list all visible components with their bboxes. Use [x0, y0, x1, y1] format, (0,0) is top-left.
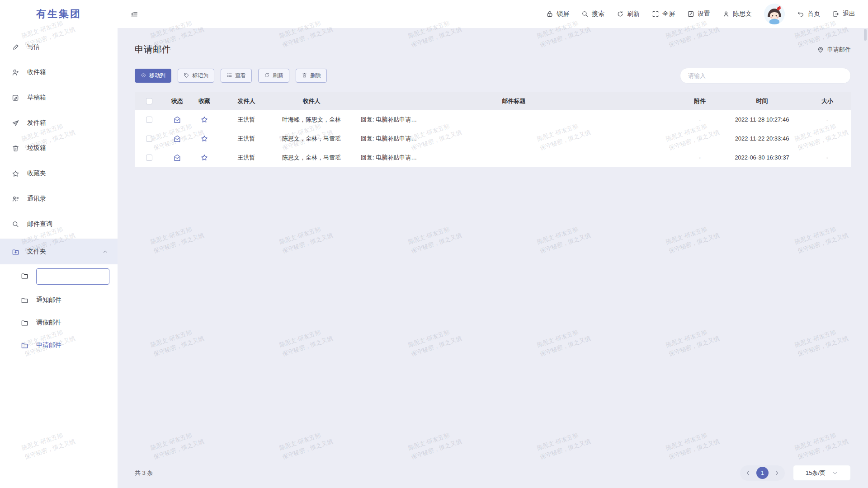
table-footer: 共 3 条 1 15条/页 [135, 465, 851, 481]
menu-fold-icon[interactable] [130, 10, 138, 18]
lock-icon [546, 10, 553, 18]
topbar-actions: 锁屏 搜索 刷新 全屏 设置 [546, 4, 855, 24]
sidebar-item-folders[interactable]: 文件夹 [0, 239, 118, 264]
favorite-star-icon[interactable] [200, 135, 208, 143]
header-subject: 邮件标题 [348, 97, 679, 105]
view-button[interactable]: 查看 [221, 69, 252, 83]
logout-icon [832, 10, 840, 18]
move-icon [141, 72, 146, 80]
sidebar-item-label: 写信 [27, 43, 40, 51]
cell-size: - [804, 154, 851, 161]
chevron-up-icon[interactable] [102, 249, 108, 255]
cell-attachment: - [679, 135, 720, 142]
list-icon [226, 72, 232, 80]
header-recipients: 收件人 [275, 97, 348, 105]
cell-size: - [804, 135, 851, 142]
folder-icon [21, 319, 28, 327]
cell-recipients: 陈思文，全林，马雪瑶 [275, 135, 348, 143]
prev-page-icon[interactable] [744, 469, 752, 477]
page-size-select[interactable]: 15条/页 [793, 465, 851, 481]
sidebar-item-contacts[interactable]: 通讯录 [0, 186, 118, 211]
search-icon [581, 10, 589, 18]
header-sender: 发件人 [218, 97, 275, 105]
page-size-value: 15条/页 [806, 469, 826, 477]
settings-icon [687, 10, 694, 18]
refresh-list-button[interactable]: 刷新 [258, 69, 289, 83]
cell-subject: 回复: 电脑补贴申请… [348, 116, 679, 124]
search-button[interactable]: 搜索 [581, 10, 604, 18]
trash-icon [12, 145, 19, 152]
cell-recipients: 叶海峰，陈思文，全林 [275, 116, 348, 124]
folder-icon [21, 272, 28, 282]
new-folder-input[interactable] [36, 268, 109, 285]
sidebar-item-mail-search[interactable]: 邮件查询 [0, 211, 118, 237]
favorite-star-icon[interactable] [200, 154, 208, 162]
star-icon [12, 170, 19, 178]
fullscreen-icon [652, 10, 659, 18]
search-label: 搜索 [592, 10, 604, 18]
cell-size: - [804, 116, 851, 123]
logout-label: 退出 [843, 10, 855, 18]
select-all-checkbox[interactable] [146, 98, 152, 104]
mail-open-icon [173, 154, 181, 162]
mark-as-button[interactable]: 标记为 [178, 69, 214, 83]
cell-attachment: - [679, 116, 720, 123]
favorite-star-icon[interactable] [200, 116, 208, 124]
sidebar-item-label: 收藏夹 [27, 169, 46, 178]
sidebar-item-label: 邮件查询 [27, 220, 52, 228]
header-favorite: 收藏 [191, 97, 218, 105]
search-input[interactable] [680, 68, 851, 84]
sidebar-item-favorites[interactable]: 收藏夹 [0, 161, 118, 186]
lock-screen-button[interactable]: 锁屏 [546, 10, 569, 18]
refresh-icon [264, 72, 270, 80]
user-name: 陈思文 [733, 10, 752, 18]
pencil-icon [12, 43, 19, 51]
mail-table: 状态 收藏 发件人 收件人 邮件标题 附件 时间 大小 王洪哲 叶海峰，陈思文，… [135, 92, 851, 167]
sidebar-item-compose[interactable]: 写信 [0, 34, 118, 60]
next-page-icon[interactable] [773, 469, 781, 477]
sidebar-nav: 写信 收件箱 草稿箱 发件箱 垃圾箱 [0, 28, 118, 357]
home-button[interactable]: 首页 [797, 10, 820, 18]
main-content: 申请邮件 申请邮件 移动到 标记为 查看 [118, 28, 868, 488]
table-header: 状态 收藏 发件人 收件人 邮件标题 附件 时间 大小 [135, 92, 851, 110]
row-checkbox[interactable] [146, 136, 152, 142]
cell-subject: 回复: 电脑补贴申请… [348, 135, 679, 143]
scrollbar-thumb[interactable] [864, 29, 867, 41]
sidebar-item-drafts[interactable]: 草稿箱 [0, 85, 118, 110]
table-row[interactable]: 王洪哲 叶海峰，陈思文，全林 回复: 电脑补贴申请… - 2022-11-28 … [135, 110, 851, 129]
page-title: 申请邮件 [135, 43, 171, 56]
sidebar-item-inbox[interactable]: 收件箱 [0, 60, 118, 85]
sidebar-item-label: 草稿箱 [27, 94, 46, 102]
sidebar-folder-application[interactable]: 申请邮件 [0, 334, 118, 357]
row-checkbox[interactable] [146, 155, 152, 161]
sidebar-item-sent[interactable]: 发件箱 [0, 110, 118, 136]
refresh-button[interactable]: 刷新 [617, 10, 640, 18]
table-row[interactable]: 王洪哲 陈思文，全林，马雪瑶 回复: 电脑补贴申请… - 2022-06-30 … [135, 148, 851, 167]
sidebar-folder-leave[interactable]: 请假邮件 [0, 311, 118, 334]
folder-label: 请假邮件 [36, 319, 61, 327]
sidebar-item-label: 文件夹 [27, 248, 46, 256]
breadcrumb-label: 申请邮件 [827, 46, 851, 54]
sidebar-folder-notification[interactable]: 通知邮件 [0, 289, 118, 311]
cell-time: 2022-06-30 16:30:37 [720, 154, 804, 161]
delete-button[interactable]: 删除 [296, 69, 327, 83]
table-row[interactable]: 王洪哲 陈思文，全林，马雪瑶 回复: 电脑补贴申请… - 2022-11-22 … [135, 129, 851, 148]
cell-attachment: - [679, 154, 720, 161]
send-icon [12, 119, 19, 127]
avatar[interactable] [764, 4, 785, 24]
sidebar-item-trash[interactable]: 垃圾箱 [0, 136, 118, 161]
row-checkbox[interactable] [146, 117, 152, 123]
cell-recipients: 陈思文，全林，马雪瑶 [275, 154, 348, 162]
fullscreen-button[interactable]: 全屏 [652, 10, 675, 18]
cell-sender: 王洪哲 [218, 116, 275, 124]
settings-button[interactable]: 设置 [687, 10, 710, 18]
new-folder-row [0, 264, 118, 289]
move-to-button[interactable]: 移动到 [135, 69, 171, 83]
current-page[interactable]: 1 [756, 467, 769, 479]
header-time: 时间 [720, 97, 804, 105]
folder-icon [21, 342, 28, 349]
breadcrumb: 申请邮件 [817, 46, 851, 54]
sidebar-item-label: 发件箱 [27, 119, 46, 127]
logout-button[interactable]: 退出 [832, 10, 855, 18]
user-menu[interactable]: 陈思文 [722, 10, 752, 18]
